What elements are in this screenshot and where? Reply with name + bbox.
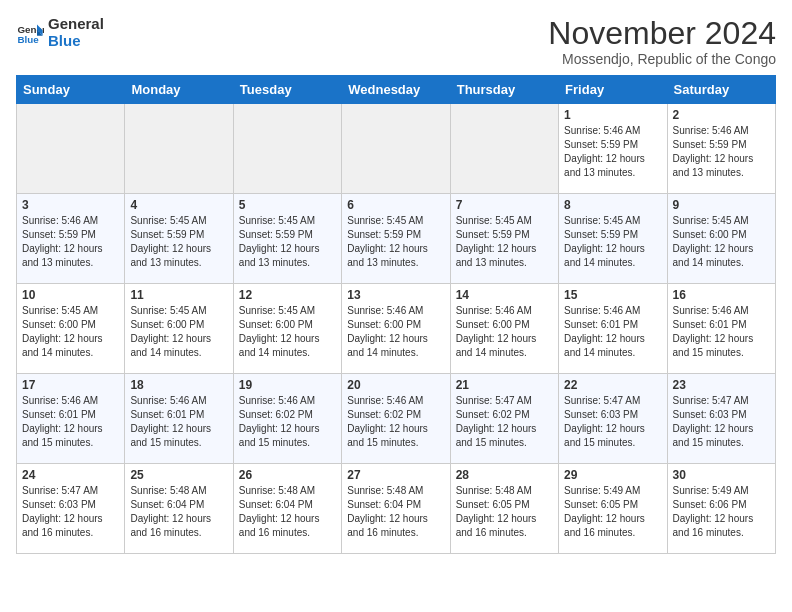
day-number: 26	[239, 468, 336, 482]
day-detail: Sunrise: 5:45 AMSunset: 6:00 PMDaylight:…	[130, 304, 227, 360]
day-number: 4	[130, 198, 227, 212]
day-detail: Sunrise: 5:48 AMSunset: 6:05 PMDaylight:…	[456, 484, 553, 540]
day-detail: Sunrise: 5:45 AMSunset: 5:59 PMDaylight:…	[347, 214, 444, 270]
day-detail: Sunrise: 5:47 AMSunset: 6:03 PMDaylight:…	[22, 484, 119, 540]
day-detail: Sunrise: 5:45 AMSunset: 5:59 PMDaylight:…	[130, 214, 227, 270]
calendar-table: SundayMondayTuesdayWednesdayThursdayFrid…	[16, 75, 776, 554]
calendar-cell: 26Sunrise: 5:48 AMSunset: 6:04 PMDayligh…	[233, 464, 341, 554]
calendar-cell: 22Sunrise: 5:47 AMSunset: 6:03 PMDayligh…	[559, 374, 667, 464]
day-number: 12	[239, 288, 336, 302]
calendar-cell: 14Sunrise: 5:46 AMSunset: 6:00 PMDayligh…	[450, 284, 558, 374]
calendar-header-row: SundayMondayTuesdayWednesdayThursdayFrid…	[17, 76, 776, 104]
calendar-cell: 10Sunrise: 5:45 AMSunset: 6:00 PMDayligh…	[17, 284, 125, 374]
day-detail: Sunrise: 5:46 AMSunset: 6:01 PMDaylight:…	[564, 304, 661, 360]
day-detail: Sunrise: 5:47 AMSunset: 6:03 PMDaylight:…	[673, 394, 770, 450]
day-detail: Sunrise: 5:45 AMSunset: 6:00 PMDaylight:…	[673, 214, 770, 270]
day-number: 29	[564, 468, 661, 482]
day-number: 5	[239, 198, 336, 212]
day-number: 22	[564, 378, 661, 392]
day-number: 3	[22, 198, 119, 212]
day-number: 21	[456, 378, 553, 392]
week-row-2: 3Sunrise: 5:46 AMSunset: 5:59 PMDaylight…	[17, 194, 776, 284]
day-number: 7	[456, 198, 553, 212]
calendar-cell	[342, 104, 450, 194]
logo-icon: General Blue	[16, 19, 44, 47]
calendar-cell: 29Sunrise: 5:49 AMSunset: 6:05 PMDayligh…	[559, 464, 667, 554]
day-detail: Sunrise: 5:45 AMSunset: 5:59 PMDaylight:…	[456, 214, 553, 270]
calendar-cell: 30Sunrise: 5:49 AMSunset: 6:06 PMDayligh…	[667, 464, 775, 554]
day-number: 11	[130, 288, 227, 302]
day-number: 17	[22, 378, 119, 392]
calendar-cell: 27Sunrise: 5:48 AMSunset: 6:04 PMDayligh…	[342, 464, 450, 554]
week-row-5: 24Sunrise: 5:47 AMSunset: 6:03 PMDayligh…	[17, 464, 776, 554]
day-number: 2	[673, 108, 770, 122]
day-detail: Sunrise: 5:47 AMSunset: 6:02 PMDaylight:…	[456, 394, 553, 450]
svg-text:Blue: Blue	[17, 33, 39, 44]
calendar-cell: 12Sunrise: 5:45 AMSunset: 6:00 PMDayligh…	[233, 284, 341, 374]
day-detail: Sunrise: 5:46 AMSunset: 5:59 PMDaylight:…	[673, 124, 770, 180]
col-header-friday: Friday	[559, 76, 667, 104]
day-number: 23	[673, 378, 770, 392]
calendar-cell: 13Sunrise: 5:46 AMSunset: 6:00 PMDayligh…	[342, 284, 450, 374]
calendar-cell: 6Sunrise: 5:45 AMSunset: 5:59 PMDaylight…	[342, 194, 450, 284]
week-row-3: 10Sunrise: 5:45 AMSunset: 6:00 PMDayligh…	[17, 284, 776, 374]
day-number: 27	[347, 468, 444, 482]
day-detail: Sunrise: 5:45 AMSunset: 5:59 PMDaylight:…	[564, 214, 661, 270]
day-number: 8	[564, 198, 661, 212]
calendar-cell	[17, 104, 125, 194]
day-detail: Sunrise: 5:49 AMSunset: 6:05 PMDaylight:…	[564, 484, 661, 540]
calendar-cell: 25Sunrise: 5:48 AMSunset: 6:04 PMDayligh…	[125, 464, 233, 554]
calendar-cell: 7Sunrise: 5:45 AMSunset: 5:59 PMDaylight…	[450, 194, 558, 284]
day-detail: Sunrise: 5:46 AMSunset: 6:02 PMDaylight:…	[239, 394, 336, 450]
day-number: 13	[347, 288, 444, 302]
day-detail: Sunrise: 5:48 AMSunset: 6:04 PMDaylight:…	[239, 484, 336, 540]
calendar-cell	[233, 104, 341, 194]
calendar-cell: 18Sunrise: 5:46 AMSunset: 6:01 PMDayligh…	[125, 374, 233, 464]
calendar-cell: 9Sunrise: 5:45 AMSunset: 6:00 PMDaylight…	[667, 194, 775, 284]
day-number: 9	[673, 198, 770, 212]
day-detail: Sunrise: 5:46 AMSunset: 6:02 PMDaylight:…	[347, 394, 444, 450]
day-detail: Sunrise: 5:45 AMSunset: 5:59 PMDaylight:…	[239, 214, 336, 270]
day-number: 18	[130, 378, 227, 392]
day-number: 6	[347, 198, 444, 212]
day-detail: Sunrise: 5:46 AMSunset: 6:01 PMDaylight:…	[22, 394, 119, 450]
calendar-cell: 5Sunrise: 5:45 AMSunset: 5:59 PMDaylight…	[233, 194, 341, 284]
calendar-cell: 3Sunrise: 5:46 AMSunset: 5:59 PMDaylight…	[17, 194, 125, 284]
week-row-4: 17Sunrise: 5:46 AMSunset: 6:01 PMDayligh…	[17, 374, 776, 464]
day-number: 14	[456, 288, 553, 302]
day-detail: Sunrise: 5:48 AMSunset: 6:04 PMDaylight:…	[130, 484, 227, 540]
logo: General Blue General Blue	[16, 16, 104, 49]
col-header-monday: Monday	[125, 76, 233, 104]
day-number: 16	[673, 288, 770, 302]
day-number: 1	[564, 108, 661, 122]
calendar-cell: 24Sunrise: 5:47 AMSunset: 6:03 PMDayligh…	[17, 464, 125, 554]
day-detail: Sunrise: 5:48 AMSunset: 6:04 PMDaylight:…	[347, 484, 444, 540]
location: Mossendjo, Republic of the Congo	[548, 51, 776, 67]
col-header-wednesday: Wednesday	[342, 76, 450, 104]
page-header: General Blue General Blue November 2024 …	[16, 16, 776, 67]
day-number: 10	[22, 288, 119, 302]
day-detail: Sunrise: 5:46 AMSunset: 6:00 PMDaylight:…	[456, 304, 553, 360]
calendar-cell: 15Sunrise: 5:46 AMSunset: 6:01 PMDayligh…	[559, 284, 667, 374]
day-number: 25	[130, 468, 227, 482]
day-number: 24	[22, 468, 119, 482]
month-title: November 2024	[548, 16, 776, 51]
calendar-cell: 20Sunrise: 5:46 AMSunset: 6:02 PMDayligh…	[342, 374, 450, 464]
day-number: 28	[456, 468, 553, 482]
day-number: 19	[239, 378, 336, 392]
calendar-cell: 2Sunrise: 5:46 AMSunset: 5:59 PMDaylight…	[667, 104, 775, 194]
day-number: 15	[564, 288, 661, 302]
col-header-saturday: Saturday	[667, 76, 775, 104]
calendar-cell: 28Sunrise: 5:48 AMSunset: 6:05 PMDayligh…	[450, 464, 558, 554]
calendar-cell	[450, 104, 558, 194]
day-detail: Sunrise: 5:46 AMSunset: 6:01 PMDaylight:…	[130, 394, 227, 450]
day-detail: Sunrise: 5:45 AMSunset: 6:00 PMDaylight:…	[22, 304, 119, 360]
calendar-cell: 4Sunrise: 5:45 AMSunset: 5:59 PMDaylight…	[125, 194, 233, 284]
day-detail: Sunrise: 5:45 AMSunset: 6:00 PMDaylight:…	[239, 304, 336, 360]
day-detail: Sunrise: 5:47 AMSunset: 6:03 PMDaylight:…	[564, 394, 661, 450]
col-header-thursday: Thursday	[450, 76, 558, 104]
week-row-1: 1Sunrise: 5:46 AMSunset: 5:59 PMDaylight…	[17, 104, 776, 194]
day-number: 30	[673, 468, 770, 482]
calendar-cell	[125, 104, 233, 194]
day-number: 20	[347, 378, 444, 392]
